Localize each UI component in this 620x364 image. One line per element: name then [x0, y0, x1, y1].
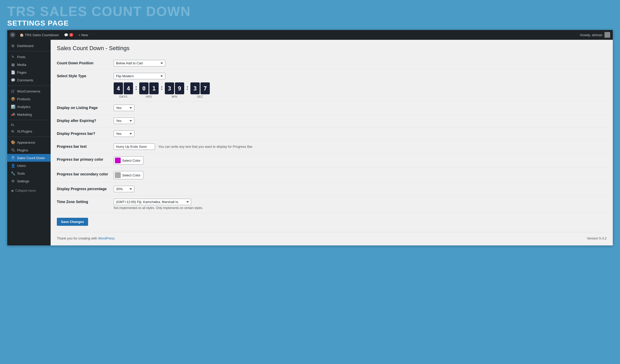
- wp-logo-icon[interactable]: W: [10, 32, 16, 38]
- wp-body: ⊞ Dashboard ✎ Posts ▦ Media 📄 Pages 💬 Co…: [7, 40, 613, 245]
- sidebar-divider: [7, 51, 51, 51]
- hr-digit-1: 0: [139, 82, 149, 94]
- site-name-link[interactable]: 🏠 TRS Sales Countdown: [19, 33, 60, 37]
- sidebar-item-dashboard[interactable]: ⊞ Dashboard: [7, 42, 51, 50]
- sidebar-item-posts[interactable]: ✎ Posts: [7, 53, 51, 61]
- display-expiring-label: Display after Expiring?: [57, 114, 114, 127]
- countdown-position-label: Count Down Position: [57, 57, 114, 70]
- secondary-color-swatch: [115, 172, 121, 178]
- save-button[interactable]: Save Changes: [57, 218, 88, 226]
- comments-icon: 💬: [11, 78, 15, 82]
- admin-bar: W 🏠 TRS Sales Countdown 💬 0 + New Howdy,…: [7, 30, 613, 40]
- sidebar-item-woocommerce[interactable]: 🛒 WooCommerce: [7, 87, 51, 95]
- progress-text-hint: You can write any text that you want to …: [158, 145, 253, 149]
- sidebar-item-xlplugins[interactable]: XL XLPlugins: [7, 127, 51, 135]
- content-area: Sales Count Down - Settings Count Down P…: [51, 40, 613, 245]
- save-button-wrap: Save Changes: [57, 218, 607, 226]
- secondary-color-button[interactable]: Select Color: [114, 171, 143, 179]
- sidebar-item-label: Comments: [17, 78, 33, 82]
- display-expiring-select[interactable]: Yes No: [114, 118, 134, 124]
- timezone-select[interactable]: (GMT+12:00) Fiji, Kamchatka, Marshall Is…: [114, 199, 191, 205]
- table-row: Display on Listing Page Yes No: [57, 102, 607, 114]
- sidebar-item-media[interactable]: ▦ Media: [7, 61, 51, 68]
- min-group: 3 9 MIN: [165, 82, 184, 98]
- new-link[interactable]: + New: [78, 33, 89, 37]
- sidebar-item-appearance[interactable]: 🎨 Appearance: [7, 138, 51, 146]
- timezone-value: (GMT+12:00) Fiji, Kamchatka, Marshall Is…: [114, 196, 607, 213]
- sidebar-item-users[interactable]: 👤 Users: [7, 162, 51, 169]
- table-row: Count Down Position Below Add to Cart Ab…: [57, 57, 607, 70]
- days-group: 4 4 DAYS: [114, 82, 133, 98]
- sidebar-item-pages[interactable]: 📄 Pages: [7, 68, 51, 76]
- sidebar-item-tools[interactable]: 🔧 Tools: [7, 169, 51, 177]
- table-row: Time Zone Setting (GMT+12:00) Fiji, Kamc…: [57, 196, 607, 213]
- sidebar-item-plugins[interactable]: 🔌 Plugins: [7, 146, 51, 154]
- hrs-group: 0 1 HRS: [139, 82, 159, 98]
- day-digit-1: 4: [114, 82, 123, 94]
- display-progress-select[interactable]: Yes No: [114, 130, 134, 137]
- dashboard-icon: ⊞: [11, 44, 15, 48]
- display-expiring-value: Yes No: [114, 114, 607, 127]
- sidebar-item-marketing[interactable]: 📣 Marketing: [7, 111, 51, 118]
- sec-label: SEC: [197, 95, 203, 98]
- footer-credit: Thank you for creating with WordPress: [57, 236, 115, 240]
- settings-icon: ⚙: [11, 179, 15, 183]
- products-icon: 📦: [11, 97, 15, 101]
- min-digit-2: 9: [175, 82, 184, 94]
- sec-group: 3 7 SEC: [190, 82, 210, 98]
- sales-count-down-icon: ⏱: [11, 156, 15, 160]
- xl-section-label: XL: [7, 122, 51, 127]
- progress-text-label: Progress bar text: [57, 140, 114, 153]
- table-row: Display after Expiring? Yes No: [57, 114, 607, 127]
- progress-pct-select[interactable]: 10% 20% 30% 40% 50%: [114, 186, 134, 192]
- table-row: Display Progress percentage 10% 20% 30% …: [57, 183, 607, 196]
- countdown-position-value: Below Add to Cart Above Add to Cart Afte…: [114, 57, 607, 70]
- countdown-position-select[interactable]: Below Add to Cart Above Add to Cart Afte…: [114, 60, 165, 66]
- primary-color-button[interactable]: Select Color: [114, 156, 143, 165]
- sidebar-item-label: Posts: [17, 55, 26, 59]
- sidebar-item-products[interactable]: 📦 Products: [7, 95, 51, 103]
- sidebar-item-settings[interactable]: ⚙ Settings: [7, 177, 51, 185]
- min-digit-1: 3: [165, 82, 174, 94]
- primary-color-swatch: [115, 158, 121, 163]
- appearance-icon: 🎨: [11, 140, 15, 144]
- collapse-menu-button[interactable]: ◀ Collapse menu: [7, 187, 51, 194]
- pages-icon: 📄: [11, 70, 15, 74]
- colon-separator-2: :: [160, 84, 163, 91]
- sidebar-item-label: Pages: [17, 71, 27, 74]
- style-type-label: Select Style Type: [57, 70, 114, 102]
- timezone-note: Not implemented on all styles. Only impl…: [114, 206, 607, 210]
- display-listing-select[interactable]: Yes No: [114, 105, 134, 111]
- sidebar-item-label: Sales Count Down: [17, 156, 45, 160]
- comment-bubble-icon: 💬: [64, 33, 68, 37]
- sec-digit-1: 3: [190, 82, 200, 94]
- colon-separator-3: :: [186, 84, 189, 91]
- sidebar-item-label: Media: [17, 63, 26, 67]
- plugins-icon: 🔌: [11, 148, 15, 152]
- style-type-select[interactable]: Flip Modern Classic Simple Rounded: [114, 73, 165, 79]
- sidebar-item-label: Dashboard: [17, 44, 34, 48]
- comments-link[interactable]: 💬 0: [63, 33, 74, 37]
- sidebar-item-label: Analytics: [17, 105, 30, 109]
- sidebar-item-label: Users: [17, 164, 26, 168]
- xlplugins-icon: XL: [11, 129, 15, 133]
- table-row: Select Style Type Flip Modern Classic Si…: [57, 70, 607, 102]
- sidebar-item-label: Tools: [17, 172, 25, 175]
- day-digit-2: 4: [124, 82, 133, 94]
- banner-subtitle: SETTINGS PAGE: [7, 19, 613, 27]
- sidebar-item-comments[interactable]: 💬 Comments: [7, 76, 51, 84]
- sidebar-item-label: Settings: [17, 179, 29, 183]
- progress-pct-label: Display Progress percentage: [57, 183, 114, 196]
- progress-text-value: You can write any text that you want to …: [114, 140, 607, 153]
- sidebar-item-analytics[interactable]: 📊 Analytics: [7, 103, 51, 111]
- admin-bar-right: Howdy, alishan: [580, 32, 610, 38]
- avatar: [605, 32, 610, 38]
- footer-version: Version 5.4.2: [587, 236, 607, 240]
- sidebar-item-sales-count-down[interactable]: ⏱ Sales Count Down: [7, 154, 51, 162]
- days-label: DAYS: [119, 95, 127, 98]
- wordpress-link[interactable]: WordPress: [98, 236, 115, 240]
- progress-text-input[interactable]: [114, 143, 155, 150]
- table-row: Display Progress bar? Yes No: [57, 127, 607, 140]
- users-icon: 👤: [11, 164, 15, 168]
- home-icon: 🏠: [20, 33, 24, 37]
